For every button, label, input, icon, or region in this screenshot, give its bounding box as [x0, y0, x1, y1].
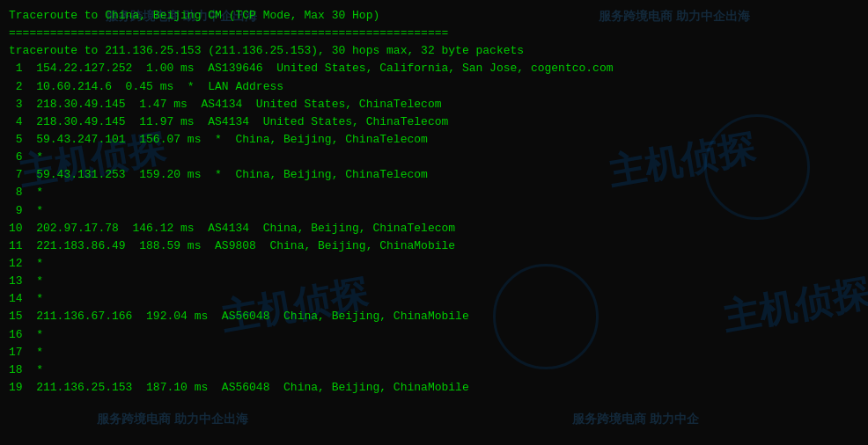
trace-line: 6 *	[9, 149, 859, 166]
trace-line: 16 *	[9, 326, 859, 344]
trace-line: 4 218.30.49.145 11.97 ms AS4134 United S…	[9, 113, 859, 131]
trace-line: 3 218.30.49.145 1.47 ms AS4134 United St…	[9, 96, 859, 113]
trace-line: 5 59.43.247.101 156.07 ms * China, Beiji…	[9, 131, 859, 149]
terminal: Traceroute to China, Beijing CM (TCP Mod…	[0, 0, 868, 404]
trace-line: 12 *	[9, 255, 859, 273]
trace-line: 13 *	[9, 273, 859, 290]
trace-line: 18 *	[9, 361, 859, 379]
trace-line: 8 *	[9, 184, 859, 201]
trace-line: 14 *	[9, 290, 859, 308]
trace-line: 15 211.136.67.166 192.04 ms AS56048 Chin…	[9, 308, 859, 325]
trace-line: 2 10.60.214.6 0.45 ms * LAN Address	[9, 78, 859, 96]
trace-line: 19 211.136.25.153 187.10 ms AS56048 Chin…	[9, 379, 859, 397]
intro-line: traceroute to 211.136.25.153 (211.136.25…	[9, 42, 859, 60]
watermark-bottom-right: 服务跨境电商 助力中企	[572, 412, 699, 427]
trace-lines: 1 154.22.127.252 1.00 ms AS139646 United…	[9, 60, 859, 397]
title-line: Traceroute to China, Beijing CM (TCP Mod…	[9, 7, 859, 25]
trace-line: 1 154.22.127.252 1.00 ms AS139646 United…	[9, 60, 859, 77]
separator-line: ========================================…	[9, 25, 859, 42]
trace-line: 9 *	[9, 202, 859, 220]
trace-line: 11 221.183.86.49 188.59 ms AS9808 China,…	[9, 237, 859, 255]
trace-line: 17 *	[9, 344, 859, 361]
watermark-bottom-left: 服务跨境电商 助力中企出海	[97, 412, 248, 427]
trace-line: 7 59.43.131.253 159.20 ms * China, Beiji…	[9, 166, 859, 184]
trace-line: 10 202.97.17.78 146.12 ms AS4134 China, …	[9, 220, 859, 237]
